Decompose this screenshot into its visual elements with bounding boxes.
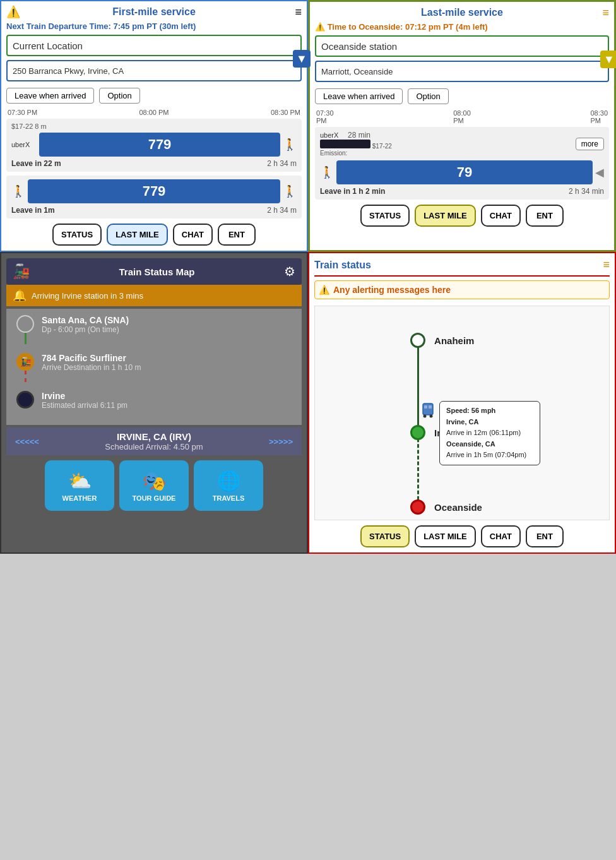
origin-input-tr[interactable] (315, 35, 609, 57)
bottom-nav-br: STATUS LAST MILE CHAT ENT (314, 525, 610, 547)
irvine-dot (410, 425, 425, 440)
destination-input[interactable] (6, 60, 302, 81)
svg-rect-0 (423, 403, 433, 415)
station-dot-col-2 (15, 391, 35, 409)
current-station-name: IRVINE, CA (IRV) (105, 431, 203, 442)
route-meta-1: $17-22 8 m (11, 122, 297, 130)
route-footer-1: Leave in 22 m 2 h 34 m (11, 159, 297, 168)
oceanside-city-label: Oceanside, CA (446, 440, 495, 448)
top-left-panel: ⚠️ First-mile service ≡ Next Train Depar… (0, 0, 308, 252)
chat-btn-tl[interactable]: CHAT (173, 224, 213, 246)
train-marker (422, 401, 434, 419)
uber-duration-tr: 28 min (348, 131, 370, 140)
station-circle-2 (16, 391, 34, 409)
alert-text-tr: Time to Oceanside: 07:12 pm PT (4m left) (328, 22, 488, 32)
timeline-header-tr: 07:30PM 08:00PM 08:30PM (315, 109, 609, 124)
last-mile-btn-tl[interactable]: LAST MILE (107, 224, 168, 246)
train-map-title: Train Status Map (119, 266, 194, 277)
location-pair-tr: ▼ (315, 35, 609, 83)
walk-icon-tr: 🚶 (320, 165, 334, 179)
uber-label-tr: uberX (320, 131, 345, 139)
tour-guide-label: TOUR GUIDE (133, 494, 176, 502)
station-sub-2: Estimated arrival 6:11 pm (42, 401, 293, 410)
option-btn-tr[interactable]: Option (408, 88, 448, 104)
menu-icon-tr[interactable]: ≡ (602, 6, 609, 20)
scheduled-arrival: Scheduled Arrival: 4.50 pm (105, 442, 203, 451)
menu-icon[interactable]: ≡ (295, 6, 302, 19)
widget-row: ⛅ WEATHER 🎭 TOUR GUIDE 🌐 TRAVELS (6, 460, 302, 511)
timeline-header: 07:30 PM 08:00 PM 08:30 PM (6, 109, 302, 116)
chat-btn-tr[interactable]: CHAT (481, 205, 521, 227)
station-circle-0 (16, 315, 34, 333)
status-btn-tr[interactable]: STATUS (360, 205, 410, 227)
ent-btn-br[interactable]: ENT (526, 525, 564, 547)
oceanside-dot (410, 499, 425, 515)
irvine-city-label: Irvine, CA (446, 418, 478, 426)
station-name-2: Irvine (42, 391, 293, 401)
last-mile-btn-br[interactable]: LAST MILE (415, 525, 476, 547)
dark-bar-tr (320, 140, 370, 148)
time-label-1: 07:30 PM (8, 109, 37, 116)
route-segments-2: 🚶 779 🚶 (11, 179, 297, 203)
chat-btn-br[interactable]: CHAT (481, 525, 521, 547)
destination-input-tr[interactable] (315, 61, 609, 82)
top-right-header: Last-mile service ≡ (315, 7, 609, 18)
walk-icon-1: 🚶 (283, 138, 297, 152)
emission-row-tr: $17-22 Emission: (320, 140, 392, 157)
notification-text: Arriving Irvine station in 3 mins (32, 291, 143, 301)
warn-icon-br: ⚠️ (319, 285, 329, 295)
origin-input[interactable] (6, 35, 302, 56)
train-btn-tr[interactable]: 79 (336, 160, 593, 184)
leave-text-1: Leave in 22 m (11, 159, 61, 168)
train-btn-1[interactable]: 779 (39, 133, 280, 157)
nav-arrows: <<<<< IRVINE, CA (IRV) Scheduled Arrival… (13, 431, 295, 451)
alert-msg-br: ⚠️ Any alerting messages here (314, 280, 610, 299)
nav-right[interactable]: >>>>> (269, 437, 293, 446)
option-btn[interactable]: Option (99, 88, 139, 104)
ent-btn-tl[interactable]: ENT (218, 224, 256, 246)
line-red-1 (25, 371, 27, 382)
swap-arrow-btn[interactable]: ▼ (293, 50, 311, 68)
station-item-1: 🚂 784 Pacific Surfliner Arrive Destinati… (15, 353, 293, 382)
location-pair: ▼ (6, 35, 302, 83)
ent-btn-tr[interactable]: ENT (526, 205, 564, 227)
station-anaheim: Anaheim (410, 333, 474, 348)
menu-icon-br[interactable]: ≡ (603, 258, 610, 272)
weather-widget[interactable]: ⛅ WEATHER (45, 460, 114, 511)
station-name-1: 784 Pacific Surfliner (42, 353, 293, 363)
bottom-right-panel: Train status ≡ ⚠️ Any alerting messages … (308, 252, 616, 554)
bottom-left-panel: 🚂 Train Status Map ⚙ 🔔 Arriving Irvine s… (0, 252, 308, 554)
emission-label-tr: Emission: (320, 150, 347, 157)
oceanside-label: Oceanside (434, 502, 482, 513)
top-left-title: First-mile service (112, 6, 196, 18)
status-btn-tl[interactable]: STATUS (52, 224, 102, 246)
bell-icon: 🔔 (13, 289, 27, 302)
arrive-ocean-label: Arrive in 1h 5m (07:04pm) (446, 450, 533, 461)
tour-guide-widget[interactable]: 🎭 TOUR GUIDE (119, 460, 189, 511)
leave-when-arrived-btn[interactable]: Leave when arrived (6, 88, 94, 104)
gear-icon[interactable]: ⚙ (284, 264, 295, 279)
swap-arrow-btn-tr[interactable]: ▼ (600, 51, 616, 68)
station-name-0: Santa Ana, CA (SNA) (42, 315, 293, 325)
solid-line-top (417, 347, 419, 433)
walk-icon-2b: 🚶 (283, 184, 297, 198)
station-circle-1: 🚂 (16, 353, 34, 371)
last-mile-btn-tr[interactable]: LAST MILE (415, 205, 476, 227)
train-status-header: Train status ≡ (314, 258, 610, 277)
info-bubble: Speed: 56 mph Irvine, CA Arrive in 12m (… (439, 401, 540, 465)
top-right-title: Last-mile service (421, 7, 503, 18)
bottom-nav-tl: STATUS LAST MILE CHAT ENT (6, 224, 302, 246)
bottom-nav-tr: STATUS LAST MILE CHAT ENT (315, 205, 609, 227)
station-item-0: Santa Ana, CA (SNA) Dp - 6:00 pm (On tim… (15, 315, 293, 344)
route-row-2: 🚶 779 🚶 Leave in 1m 2 h 34 m (6, 176, 302, 218)
train-btn-2[interactable]: 779 (28, 179, 280, 203)
nav-left[interactable]: <<<<< (15, 437, 39, 446)
more-btn-tr[interactable]: more (576, 138, 604, 150)
travels-widget[interactable]: 🌐 TRAVELS (194, 460, 263, 511)
warn-icon-tr: ⚠️ (315, 22, 328, 32)
leave-when-arrived-btn-tr[interactable]: Leave when arrived (315, 88, 403, 104)
station-sub-1: Arrive Destination in 1 h 10 m (42, 363, 293, 372)
status-btn-br[interactable]: STATUS (360, 525, 410, 547)
route-dur-1: 8 m (35, 122, 46, 130)
tour-guide-icon: 🎭 (143, 470, 166, 492)
